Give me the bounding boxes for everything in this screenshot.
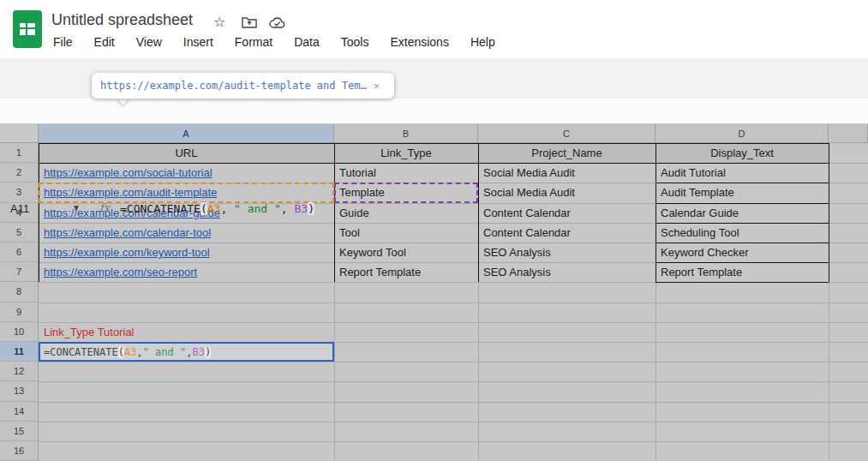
data-cell[interactable]: Keyword Checker: [655, 242, 829, 262]
data-cell[interactable]: Guide: [334, 203, 478, 223]
gridline-horizontal: [39, 441, 868, 442]
gridline-horizontal: [39, 422, 868, 422]
gridline-horizontal: [39, 402, 868, 403]
precedent-highlight-b3: [334, 183, 478, 202]
url-link[interactable]: https://example.com/seo-report: [44, 266, 197, 278]
cloud-saved-icon[interactable]: [269, 17, 286, 29]
data-cell[interactable]: Tutorial: [334, 163, 478, 183]
data-cell[interactable]: Report Template: [655, 262, 829, 282]
table-header-project_name: Project_Name: [478, 143, 655, 163]
data-cell[interactable]: Keyword Tool: [334, 242, 478, 262]
data-cell[interactable]: Tool: [334, 223, 478, 242]
gridline-horizontal: [39, 381, 868, 382]
sheets-logo-icon[interactable]: [13, 10, 42, 48]
formula-token-plain: =CONCATENATE: [120, 202, 201, 215]
table-header-link_type: Link_Type: [334, 143, 478, 163]
formula-bar-divider: [89, 201, 90, 218]
table-header-url: URL: [39, 143, 334, 163]
active-cell-border: [39, 342, 334, 362]
menu-bar: FileEditViewInsertFormatDataToolsExtensi…: [53, 33, 495, 51]
row-header-16[interactable]: 16: [0, 441, 39, 461]
menu-insert[interactable]: Insert: [183, 35, 213, 49]
menu-tools[interactable]: Tools: [341, 35, 369, 49]
column-header-e[interactable]: [829, 124, 868, 143]
column-header-A[interactable]: A: [39, 124, 334, 143]
data-cell[interactable]: Calendar Guide: [655, 203, 829, 223]
url-cell[interactable]: https://example.com/keyword-tool: [39, 242, 334, 262]
column-header-D[interactable]: D: [655, 124, 829, 143]
fx-icon: fx: [99, 201, 110, 214]
table-border-d-row: [655, 282, 829, 283]
formula-token-ref1: A3: [207, 202, 221, 215]
row-header-10[interactable]: 10: [0, 322, 39, 342]
column-header-B[interactable]: B: [334, 124, 478, 143]
row-header-2[interactable]: 2: [0, 163, 39, 183]
menu-extensions[interactable]: Extensions: [390, 35, 448, 49]
table-border-vertical: [829, 143, 829, 282]
formula-token-string: " and ": [234, 202, 281, 215]
formula-token-plain: ,: [281, 202, 295, 215]
document-title[interactable]: Untitled spreadsheet: [51, 11, 193, 29]
data-cell[interactable]: Social Media Audit: [478, 163, 655, 183]
row-header-12[interactable]: 12: [0, 362, 39, 381]
close-icon[interactable]: ×: [374, 80, 380, 93]
row-header-13[interactable]: 13: [0, 381, 39, 401]
url-link[interactable]: https://example.com/keyword-tool: [44, 246, 210, 259]
data-cell[interactable]: Content Calendar: [478, 223, 655, 242]
tooltip-text: https://example.com/audit-template and T…: [100, 80, 367, 92]
url-cell[interactable]: https://example.com/seo-report: [39, 262, 334, 282]
row-header-14[interactable]: 14: [0, 402, 39, 422]
cell-reference-box[interactable]: A11: [10, 202, 29, 215]
precedent-highlight-a3: [39, 183, 334, 202]
data-cell[interactable]: SEO Analysis: [478, 262, 655, 282]
url-cell[interactable]: https://example.com/social-tutorial: [39, 163, 334, 183]
menu-format[interactable]: Format: [235, 35, 272, 49]
url-link[interactable]: https://example.com/calendar-tool: [44, 226, 211, 239]
move-folder-icon[interactable]: [242, 16, 257, 28]
url-cell[interactable]: https://example.com/calendar-tool: [39, 223, 334, 242]
menu-help[interactable]: Help: [470, 35, 495, 49]
gridline-horizontal: [39, 362, 868, 362]
data-cell[interactable]: Audit Template: [655, 183, 829, 202]
row-header-8[interactable]: 8: [0, 282, 39, 302]
data-cell[interactable]: Report Template: [334, 262, 478, 282]
formula-token-paren: ): [308, 202, 314, 215]
row-header-1[interactable]: 1: [0, 143, 39, 163]
row-header-11[interactable]: 11: [0, 342, 39, 362]
row-header-7[interactable]: 7: [0, 262, 39, 282]
formula-token-ref2: B3: [295, 202, 308, 215]
gridline-horizontal: [39, 302, 868, 303]
chevron-down-icon[interactable]: ▼: [72, 203, 81, 213]
formula-bar: A11 ▼ fx =CONCATENATE(A3, " and ", B3): [0, 99, 868, 124]
data-cell[interactable]: Audit Tutorial: [655, 163, 829, 183]
table-header-display_text: Display_Text: [655, 143, 829, 163]
url-link[interactable]: https://example.com/social-tutorial: [44, 166, 213, 179]
formula-token-plain: ,: [220, 202, 234, 215]
menu-edit[interactable]: Edit: [94, 35, 115, 49]
column-header-C[interactable]: C: [478, 124, 655, 143]
spreadsheet-grid[interactable]: ABCD12345678910111213141516URLLink_TypeP…: [0, 124, 868, 461]
data-cell[interactable]: Scheduling Tool: [655, 223, 829, 242]
row-header-9[interactable]: 9: [0, 302, 39, 322]
menu-file[interactable]: File: [53, 35, 73, 49]
row-header-6[interactable]: 6: [0, 242, 39, 262]
star-icon[interactable]: ☆: [213, 14, 225, 30]
note-cell-a10[interactable]: Link_Type Tutorial: [39, 322, 334, 342]
menu-view[interactable]: View: [136, 35, 162, 49]
menu-data[interactable]: Data: [294, 35, 320, 49]
select-all-corner[interactable]: [0, 124, 39, 143]
data-cell[interactable]: Content Calendar: [478, 203, 655, 223]
app-bar: Untitled spreadsheet ☆ FileEditViewInser…: [0, 0, 868, 58]
formula-token-paren: (: [201, 202, 207, 215]
row-header-5[interactable]: 5: [0, 223, 39, 242]
formula-result-tooltip: https://example.com/audit-template and T…: [92, 73, 394, 99]
data-cell[interactable]: Social Media Audit: [478, 183, 655, 202]
row-header-15[interactable]: 15: [0, 422, 39, 441]
formula-input[interactable]: =CONCATENATE(A3, " and ", B3): [120, 202, 314, 215]
row-header-3[interactable]: 3: [0, 183, 39, 202]
data-cell[interactable]: SEO Analysis: [478, 242, 655, 262]
